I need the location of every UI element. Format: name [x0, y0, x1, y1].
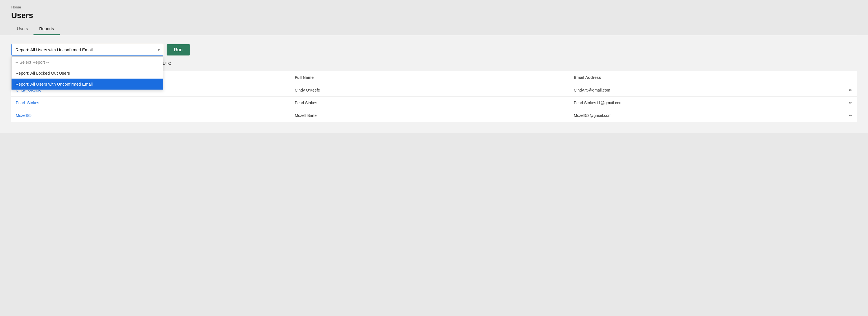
edit-icon-3[interactable]: ✏ — [849, 113, 852, 118]
cell-edit-2[interactable]: ✏ — [823, 96, 857, 109]
tab-users[interactable]: Users — [11, 23, 33, 35]
cell-fullname-2: Pearl Stokes — [290, 96, 569, 109]
cell-fullname-1: Cindy O'Keefe — [290, 84, 569, 96]
cell-fullname-3: Mozell Bartell — [290, 109, 569, 122]
report-controls: -- Select Report -- Report: All Locked O… — [11, 44, 857, 56]
col-header-action — [823, 71, 857, 84]
edit-icon-1[interactable]: ✏ — [849, 88, 852, 92]
tabs-bar: Users Reports — [11, 23, 857, 35]
col-header-fullname: Full Name — [290, 71, 569, 84]
cell-email-2: Pearl.Stokes11@gmail.com — [569, 96, 823, 109]
cell-email-3: Mozell53@gmail.com — [569, 109, 823, 122]
report-select-wrapper: -- Select Report -- Report: All Locked O… — [11, 44, 163, 56]
dropdown-item-placeholder: -- Select Report -- — [11, 57, 163, 67]
tab-reports[interactable]: Reports — [33, 23, 60, 35]
cell-edit-1[interactable]: ✏ — [823, 84, 857, 96]
page-title: Users — [11, 11, 857, 20]
cell-username-2: Pearl_Stokes — [11, 96, 290, 109]
table-row: Pearl_Stokes Pearl Stokes Pearl.Stokes11… — [11, 96, 857, 109]
run-button[interactable]: Run — [166, 44, 190, 56]
user-link-3[interactable]: Mozell85 — [16, 113, 32, 118]
dropdown-menu: -- Select Report -- Report: All Locked O… — [11, 56, 163, 90]
page-wrapper: Home Users Users Reports -- Select Repor… — [0, 0, 868, 316]
table-row: Mozell85 Mozell Bartell Mozell53@gmail.c… — [11, 109, 857, 122]
edit-icon-2[interactable]: ✏ — [849, 100, 852, 105]
dropdown-item-unconfirmed-email[interactable]: Report: All Users with Unconfirmed Email — [11, 79, 163, 90]
cell-email-1: Cindy75@gmail.com — [569, 84, 823, 96]
user-link-2[interactable]: Pearl_Stokes — [16, 100, 39, 105]
report-select[interactable]: -- Select Report -- Report: All Locked O… — [11, 44, 163, 56]
dropdown-item-locked-out[interactable]: Report: All Locked Out Users — [11, 67, 163, 79]
col-header-email: Email Address — [569, 71, 823, 84]
breadcrumb: Home — [11, 5, 857, 9]
cell-username-3: Mozell85 — [11, 109, 290, 122]
content-section: -- Select Report -- Report: All Locked O… — [0, 35, 868, 133]
cell-edit-3[interactable]: ✏ — [823, 109, 857, 122]
header-section: Home Users Users Reports — [0, 0, 868, 35]
